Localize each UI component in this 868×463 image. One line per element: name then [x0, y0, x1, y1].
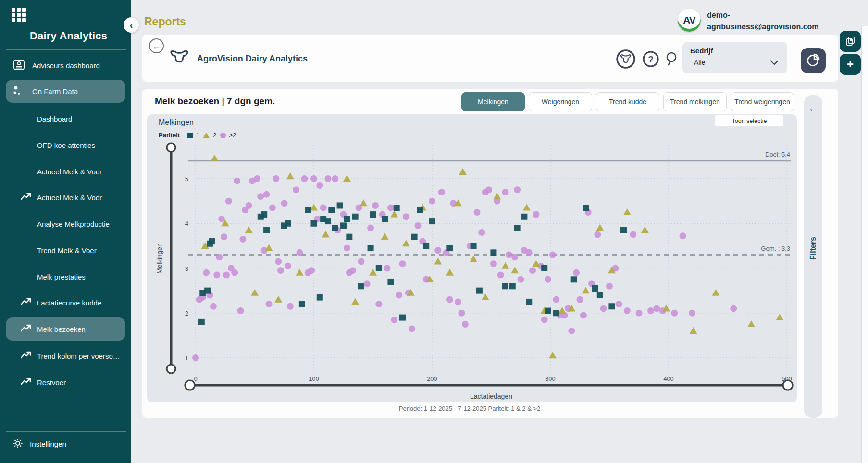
pie-chart-icon: [806, 53, 820, 69]
sidebar-item-dashboard[interactable]: Dashboard: [6, 108, 125, 130]
average-line-label: Gem. : 3,3: [761, 245, 790, 252]
bedrijf-value: Alle: [694, 59, 780, 66]
id-card-icon: [12, 59, 25, 72]
svg-text:3: 3: [185, 265, 188, 272]
back-button[interactable]: ←: [149, 38, 164, 53]
sidebar-item-on-farm-data[interactable]: On Farm Data: [6, 80, 125, 103]
sidebar-item-restvoer[interactable]: Restvoer: [6, 371, 125, 393]
reports-library-button[interactable]: [840, 31, 861, 52]
legend-square-marker: [187, 133, 193, 138]
chevron-down-icon: [770, 59, 779, 67]
cow-logo-icon: [169, 50, 189, 66]
sidebar-item-analyse-melkproductie[interactable]: Analyse Melkproductie: [6, 213, 125, 235]
scatter-plot: Doel: 5,4Gem. : 3,3123450100200300400500…: [147, 114, 797, 402]
filters-panel: ← Filters: [804, 95, 822, 418]
svg-text:400: 400: [663, 375, 674, 382]
sidebar-item-adviseurs-dashboard[interactable]: Adviseurs dashboard: [6, 54, 125, 76]
sidebar-item-label: Analyse Melkproductie: [37, 220, 110, 228]
svg-text:2: 2: [185, 310, 188, 317]
legend-triangle-marker: [203, 133, 210, 138]
sidebar-item-label: On Farm Data: [32, 87, 78, 96]
sidebar-item-melk-bezoeken[interactable]: Melk bezoeken: [6, 317, 125, 341]
gear-icon: [12, 438, 23, 450]
expand-filters-icon[interactable]: ←: [804, 102, 822, 114]
tab-trend-kudde[interactable]: Trend kudde: [596, 92, 659, 111]
settings-label: Instellingen: [30, 440, 66, 448]
tab-trend-melkingen[interactable]: Trend melkingen: [663, 92, 727, 111]
avatar: AV: [678, 9, 701, 32]
svg-text:1: 1: [185, 354, 188, 362]
sidebar-item-melk-prestaties[interactable]: Melk prestaties: [6, 266, 125, 288]
sidebar-item-label: Melk bezoeken: [37, 325, 86, 333]
trend-icon: [21, 378, 32, 387]
filters-label[interactable]: Filters: [809, 237, 818, 260]
user-email-line1: demo-: [707, 10, 819, 21]
sidebar-item-settings[interactable]: Instellingen: [12, 438, 66, 450]
x-slider-handle-left[interactable]: [185, 380, 195, 390]
cow-filter-icon[interactable]: [615, 48, 637, 70]
report-pages-icon: [844, 35, 856, 48]
x-axis-label: Lactatiedagen: [470, 392, 512, 400]
chart-title: Melkingen: [159, 118, 194, 127]
svg-text:?: ?: [648, 54, 654, 64]
bedrijf-select[interactable]: Bedrijf Alle: [682, 42, 787, 73]
sidebar-item-label: Trend Melk & Voer: [37, 246, 97, 255]
search-icon[interactable]: [661, 48, 683, 70]
svg-text:200: 200: [427, 375, 437, 382]
sidebar-item-label: Restvoer: [37, 378, 66, 387]
sidebar-collapse-button[interactable]: ‹: [124, 17, 139, 33]
sidebar-item-ofd-koe-attenties[interactable]: OFD koe attenties: [6, 134, 125, 156]
sidebar-item-actueel-melk-voer[interactable]: Actueel Melk & Voer: [6, 186, 125, 208]
toon-selectie-button[interactable]: Toon selectie: [715, 115, 783, 126]
legend-title: Pariteit: [159, 132, 180, 139]
sidebar-divider: [6, 49, 126, 50]
sidebar-item-label: Actueel Melk & Voer: [37, 194, 102, 202]
chart-panel: Melkingen Pariteit12>2 Toon selectie Doe…: [147, 114, 797, 402]
target-line-label: Doel: 5,4: [765, 151, 790, 158]
user-menu[interactable]: AV demo- agribusiness@agrovision.com: [678, 9, 819, 33]
trend-icon: [21, 324, 32, 334]
report-title: Melk bezoeken | 7 dgn gem.: [155, 96, 275, 107]
y-axis-label: Melkingen: [156, 243, 163, 274]
apps-grid-icon[interactable]: [12, 8, 27, 23]
add-button[interactable]: +: [840, 54, 861, 75]
sidebar-item-label: OFD koe attenties: [37, 141, 95, 149]
svg-text:0: 0: [194, 375, 197, 382]
sidebar-item-label: Adviseurs dashboard: [32, 61, 100, 70]
right-edge-panel: [861, 26, 868, 463]
legend-label: >2: [229, 132, 236, 139]
legend-label: 2: [213, 132, 216, 139]
legend-circle-marker: [220, 133, 226, 138]
tab-weigeringen[interactable]: Weigeringen: [529, 92, 592, 111]
tab-trend-weigeringen[interactable]: Trend weigeringen: [731, 92, 794, 111]
sidebar-item-label: Lactatiecurve kudde: [37, 299, 101, 307]
user-email: demo- agribusiness@agrovision.com: [707, 9, 819, 33]
toolbar-card: ← AgroVision Dairy Analytics ? Bedrijf A…: [142, 35, 838, 82]
svg-text:4: 4: [185, 220, 188, 227]
bedrijf-label: Bedrijf: [690, 47, 780, 55]
report-card: Melk bezoeken | 7 dgn gem. MelkingenWeig…: [142, 89, 838, 418]
page-title: Reports: [144, 15, 186, 28]
trend-icon: [21, 298, 32, 307]
sidebar-item-trend-melk-voer[interactable]: Trend Melk & Voer: [6, 239, 125, 261]
report-tabs: MelkingenWeigeringenTrend kuddeTrend mel…: [461, 92, 794, 111]
sidebar-item-actueel-melk-voer[interactable]: Actueel Melk & Voer: [6, 160, 125, 183]
sidebar-item-label: Melk prestaties: [37, 273, 86, 281]
y-slider-handle-bottom[interactable]: [167, 365, 175, 373]
x-slider-handle-right[interactable]: [783, 380, 793, 390]
svg-text:300: 300: [545, 375, 556, 382]
series-pariteit-2: [201, 155, 784, 358]
legend-label: 1: [196, 132, 199, 139]
report-footer: Periode: 1-12-2025 - 7-12-2025 Pariteit:…: [142, 405, 797, 412]
user-email-line2: agribusiness@agrovision.com: [707, 21, 819, 33]
chart-type-button[interactable]: [801, 48, 826, 73]
sidebar-divider: [6, 431, 126, 432]
tab-melkingen[interactable]: Melkingen: [461, 92, 525, 111]
sidebar-item-trend-kolom-per-voerso[interactable]: Trend kolom per voerso…: [6, 345, 125, 367]
y-slider-handle-top[interactable]: [167, 143, 175, 152]
sidebar-item-label: Dashboard: [37, 115, 72, 123]
sidebar-title: Dairy Analytics: [30, 30, 107, 42]
sidebar: Dairy Analytics Adviseurs dashboardOn Fa…: [0, 0, 131, 463]
help-icon[interactable]: ?: [640, 48, 662, 70]
sidebar-item-lactatiecurve-kudde[interactable]: Lactatiecurve kudde: [6, 292, 125, 314]
